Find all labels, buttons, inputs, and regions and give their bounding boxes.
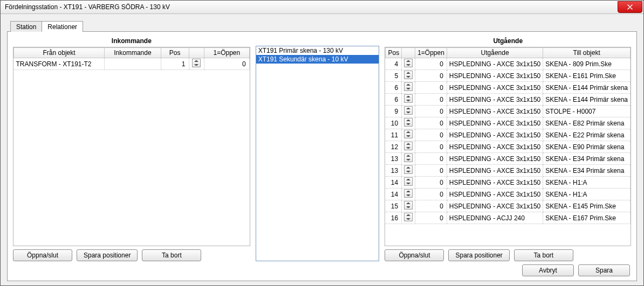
incoming-header-open[interactable]: 1=Öppen — [204, 48, 250, 58]
outgoing-header-open[interactable]: 1=Öppen — [415, 48, 447, 58]
cell-pos-spinner[interactable] — [402, 177, 415, 189]
table-row[interactable]: 60HSPLEDNING - AXCE 3x1x150SKENA - E144 … — [386, 82, 631, 94]
table-row[interactable]: 140HSPLEDNING - AXCE 3x1x150SKENA - H1:A — [386, 189, 631, 200]
incoming-open-button[interactable]: Öppna/slut — [13, 249, 72, 261]
cell-pos-spinner[interactable] — [402, 141, 415, 153]
cell-pos[interactable]: 13 — [386, 165, 402, 177]
outgoing-save-button[interactable]: Spara positioner — [448, 249, 509, 261]
table-row[interactable]: 130HSPLEDNING - AXCE 3x1x150SKENA - E34 … — [386, 153, 631, 165]
cell-pos-spinner[interactable] — [402, 94, 415, 106]
incoming-save-button[interactable]: Spara positioner — [77, 249, 138, 261]
cell-pos-spinner[interactable] — [402, 200, 415, 212]
cell-pos[interactable]: 5 — [386, 70, 402, 82]
table-row[interactable]: 140HSPLEDNING - AXCE 3x1x150SKENA - H1:A — [386, 177, 631, 189]
cell-pos-spinner[interactable] — [402, 106, 415, 117]
spinner-icon[interactable] — [404, 154, 413, 162]
close-button[interactable] — [618, 1, 642, 13]
cell-pos[interactable]: 12 — [386, 141, 402, 153]
incoming-grid[interactable]: Från objekt Inkommande Pos 1=Öppen TRANS… — [13, 47, 250, 246]
list-item[interactable]: XT191 Primär skena - 130 kV — [256, 46, 379, 55]
spinner-icon[interactable] — [404, 106, 413, 115]
table-row[interactable]: 90HSPLEDNING - AXCE 3x1x150STOLPE - H000… — [386, 106, 631, 117]
busbar-listbox[interactable]: XT191 Primär skena - 130 kVXT191 Sekundä… — [256, 46, 380, 261]
incoming-header-from[interactable]: Från objekt — [14, 48, 105, 58]
spinner-icon[interactable] — [404, 142, 413, 150]
outgoing-header-outgoing[interactable]: Utgående — [447, 48, 543, 58]
cell-pos[interactable]: 11 — [386, 129, 402, 141]
table-row[interactable]: TRANSFORM - XT191-T210 — [14, 58, 250, 70]
cell-pos[interactable]: 6 — [386, 82, 402, 94]
cell-pos[interactable]: 10 — [386, 117, 402, 129]
spinner-icon[interactable] — [404, 59, 413, 67]
outgoing-open-button[interactable]: Öppna/slut — [385, 249, 444, 261]
cell-open[interactable]: 0 — [415, 106, 447, 117]
cell-pos[interactable]: 14 — [386, 189, 402, 200]
cell-open[interactable]: 0 — [415, 82, 447, 94]
cell-open[interactable]: 0 — [415, 189, 447, 200]
cell-pos-spinner[interactable] — [402, 153, 415, 165]
cell-open[interactable]: 0 — [415, 129, 447, 141]
cell-pos-spinner[interactable] — [402, 70, 415, 82]
spinner-icon[interactable] — [404, 165, 413, 174]
spinner-icon[interactable] — [192, 59, 201, 67]
cell-open[interactable]: 0 — [415, 94, 447, 106]
cell-open[interactable]: 0 — [415, 153, 447, 165]
cell-pos-spinner[interactable] — [402, 58, 415, 70]
outgoing-header-to[interactable]: Till objekt — [543, 48, 631, 58]
table-row[interactable]: 40HSPLEDNING - AXCE 3x1x150SKENA - 809 P… — [386, 58, 631, 70]
incoming-header-spin — [189, 48, 204, 58]
save-button[interactable]: Spara — [578, 264, 630, 276]
cell-pos-spinner[interactable] — [402, 82, 415, 94]
spinner-icon[interactable] — [404, 130, 413, 138]
spinner-icon[interactable] — [404, 177, 413, 186]
spinner-icon[interactable] — [404, 71, 413, 79]
spinner-icon[interactable] — [404, 82, 413, 91]
cell-open[interactable]: 0 — [415, 212, 447, 224]
cell-open[interactable]: 0 — [415, 200, 447, 212]
tab-relationer[interactable]: Relationer — [42, 21, 83, 32]
incoming-remove-button[interactable]: Ta bort — [142, 249, 201, 261]
spinner-icon[interactable] — [404, 213, 413, 221]
outgoing-grid[interactable]: Pos 1=Öppen Utgående Till objekt 40HSPLE… — [385, 47, 631, 246]
outgoing-header-pos[interactable]: Pos — [386, 48, 402, 58]
table-row[interactable]: 120HSPLEDNING - AXCE 3x1x150SKENA - E90 … — [386, 141, 631, 153]
list-item[interactable]: XT191 Sekundär skena - 10 kV — [256, 55, 379, 64]
table-row[interactable]: 130HSPLEDNING - AXCE 3x1x150SKENA - E34 … — [386, 165, 631, 177]
table-row[interactable]: 150HSPLEDNING - AXCE 3x1x150SKENA - E145… — [386, 200, 631, 212]
outgoing-remove-button[interactable]: Ta bort — [514, 249, 573, 261]
cell-pos-spinner[interactable] — [402, 117, 415, 129]
cell-open[interactable]: 0 — [415, 165, 447, 177]
table-row[interactable]: 100HSPLEDNING - AXCE 3x1x150SKENA - E82 … — [386, 117, 631, 129]
table-row[interactable]: 110HSPLEDNING - AXCE 3x1x150SKENA - E22 … — [386, 129, 631, 141]
tab-station[interactable]: Station — [10, 21, 42, 32]
cell-open[interactable]: 0 — [415, 141, 447, 153]
spinner-icon[interactable] — [404, 118, 413, 127]
incoming-header-pos[interactable]: Pos — [161, 48, 189, 58]
table-row[interactable]: 50HSPLEDNING - AXCE 3x1x150SKENA - E161 … — [386, 70, 631, 82]
cell-pos[interactable]: 4 — [386, 58, 402, 70]
cell-pos-spinner[interactable] — [402, 129, 415, 141]
cell-pos[interactable]: 9 — [386, 106, 402, 117]
cell-pos-spinner[interactable] — [402, 189, 415, 200]
table-row[interactable]: 60HSPLEDNING - AXCE 3x1x150SKENA - E144 … — [386, 94, 631, 106]
cell-pos[interactable]: 13 — [386, 153, 402, 165]
cell-pos[interactable]: 16 — [386, 212, 402, 224]
cell-open[interactable]: 0 — [415, 117, 447, 129]
cell-open[interactable]: 0 — [415, 70, 447, 82]
cell-open[interactable]: 0 — [204, 58, 250, 70]
spinner-icon[interactable] — [404, 94, 413, 103]
spinner-icon[interactable] — [404, 201, 413, 210]
incoming-header-incoming[interactable]: Inkommande — [105, 48, 161, 58]
cell-pos[interactable]: 1 — [161, 58, 189, 70]
cell-pos[interactable]: 15 — [386, 200, 402, 212]
table-row[interactable]: 160HSPLEDNING - ACJJ 240SKENA - E167 Pri… — [386, 212, 631, 224]
spinner-icon[interactable] — [404, 189, 413, 198]
cell-pos-spinner[interactable] — [189, 58, 204, 70]
cell-pos-spinner[interactable] — [402, 165, 415, 177]
cell-pos[interactable]: 6 — [386, 94, 402, 106]
cell-open[interactable]: 0 — [415, 177, 447, 189]
cancel-button[interactable]: Avbryt — [522, 264, 574, 276]
cell-pos[interactable]: 14 — [386, 177, 402, 189]
cell-open[interactable]: 0 — [415, 58, 447, 70]
cell-pos-spinner[interactable] — [402, 212, 415, 224]
